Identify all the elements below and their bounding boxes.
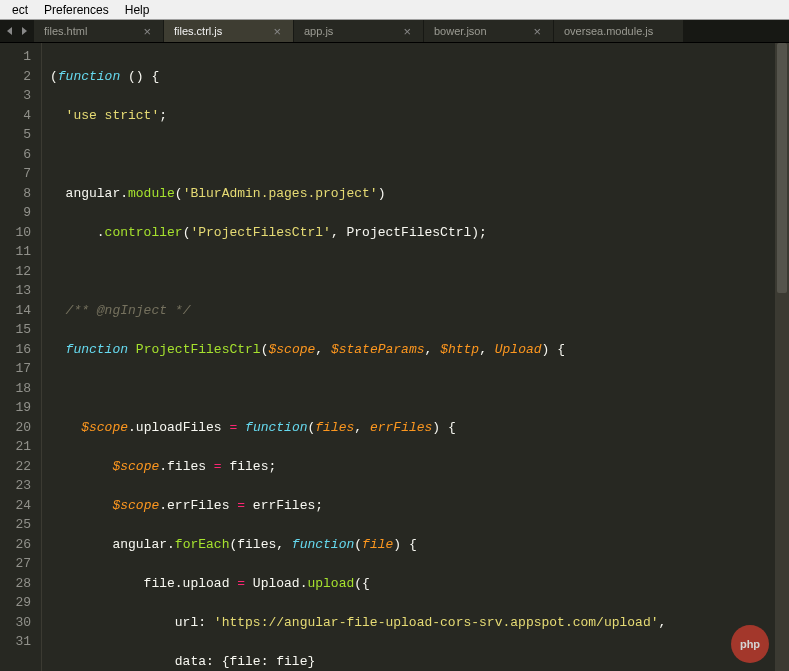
vertical-scrollbar[interactable] — [775, 43, 789, 671]
code-line: $scope.errFiles = errFiles; — [50, 496, 789, 516]
code-line: 'use strict'; — [50, 106, 789, 126]
line-number: 12 — [0, 262, 31, 282]
line-number: 3 — [0, 86, 31, 106]
line-number: 6 — [0, 145, 31, 165]
menubar: ect Preferences Help — [0, 0, 789, 20]
code-line — [50, 379, 789, 399]
close-icon[interactable]: × — [401, 24, 413, 39]
line-number: 30 — [0, 613, 31, 633]
code-line: (function () { — [50, 67, 789, 87]
code-line — [50, 145, 789, 165]
line-number: 28 — [0, 574, 31, 594]
nav-forward-icon[interactable] — [18, 25, 30, 37]
code-line: angular.forEach(files, function(file) { — [50, 535, 789, 555]
tab-label: files.html — [44, 25, 87, 37]
tab-label: app.js — [304, 25, 333, 37]
code-line: .controller('ProjectFilesCtrl', ProjectF… — [50, 223, 789, 243]
tab-oversea-module-js[interactable]: oversea.module.js — [554, 20, 684, 42]
tab-files-html[interactable]: files.html × — [34, 20, 164, 42]
line-number: 22 — [0, 457, 31, 477]
line-number: 16 — [0, 340, 31, 360]
code-line: function ProjectFilesCtrl($scope, $state… — [50, 340, 789, 360]
editor[interactable]: 1 2 3 4 5 6 7 8 9 10 11 12 13 14 15 16 1… — [0, 43, 789, 671]
tabs: files.html × files.ctrl.js × app.js × bo… — [34, 20, 789, 42]
scrollbar-thumb[interactable] — [777, 43, 787, 293]
code-line: $scope.files = files; — [50, 457, 789, 477]
nav-back-icon[interactable] — [4, 25, 16, 37]
line-number: 8 — [0, 184, 31, 204]
line-number: 21 — [0, 437, 31, 457]
code-line: angular.module('BlurAdmin.pages.project'… — [50, 184, 789, 204]
line-number: 31 — [0, 632, 31, 652]
line-number: 5 — [0, 125, 31, 145]
tab-app-js[interactable]: app.js × — [294, 20, 424, 42]
code-line: file.upload = Upload.upload({ — [50, 574, 789, 594]
line-number: 13 — [0, 281, 31, 301]
line-number: 24 — [0, 496, 31, 516]
tab-bower-json[interactable]: bower.json × — [424, 20, 554, 42]
tab-label: oversea.module.js — [564, 25, 653, 37]
line-number: 9 — [0, 203, 31, 223]
code-line: data: {file: file} — [50, 652, 789, 672]
menu-preferences[interactable]: Preferences — [36, 1, 117, 19]
line-number: 7 — [0, 164, 31, 184]
tab-bar: files.html × files.ctrl.js × app.js × bo… — [0, 20, 789, 43]
code-line: url: 'https://angular-file-upload-cors-s… — [50, 613, 789, 633]
line-number: 23 — [0, 476, 31, 496]
code-line — [50, 262, 789, 282]
line-number: 1 — [0, 47, 31, 67]
line-number: 29 — [0, 593, 31, 613]
tab-label: files.ctrl.js — [174, 25, 222, 37]
line-number: 4 — [0, 106, 31, 126]
watermark-badge: php — [731, 625, 769, 663]
menu-project[interactable]: ect — [4, 1, 36, 19]
line-number: 11 — [0, 242, 31, 262]
menu-help[interactable]: Help — [117, 1, 158, 19]
line-number: 17 — [0, 359, 31, 379]
line-number: 14 — [0, 301, 31, 321]
line-number: 25 — [0, 515, 31, 535]
tab-nav-arrows — [0, 20, 34, 42]
code-area[interactable]: (function () { 'use strict'; angular.mod… — [42, 43, 789, 671]
code-line: $scope.uploadFiles = function(files, err… — [50, 418, 789, 438]
line-number: 10 — [0, 223, 31, 243]
line-number: 18 — [0, 379, 31, 399]
tab-files-ctrl-js[interactable]: files.ctrl.js × — [164, 20, 294, 42]
line-number-gutter: 1 2 3 4 5 6 7 8 9 10 11 12 13 14 15 16 1… — [0, 43, 42, 671]
line-number: 15 — [0, 320, 31, 340]
close-icon[interactable]: × — [531, 24, 543, 39]
tab-label: bower.json — [434, 25, 487, 37]
line-number: 2 — [0, 67, 31, 87]
line-number: 26 — [0, 535, 31, 555]
line-number: 19 — [0, 398, 31, 418]
code-line: /** @ngInject */ — [50, 301, 789, 321]
line-number: 20 — [0, 418, 31, 438]
close-icon[interactable]: × — [271, 24, 283, 39]
watermark-text: php — [731, 625, 769, 663]
close-icon[interactable]: × — [141, 24, 153, 39]
line-number: 27 — [0, 554, 31, 574]
